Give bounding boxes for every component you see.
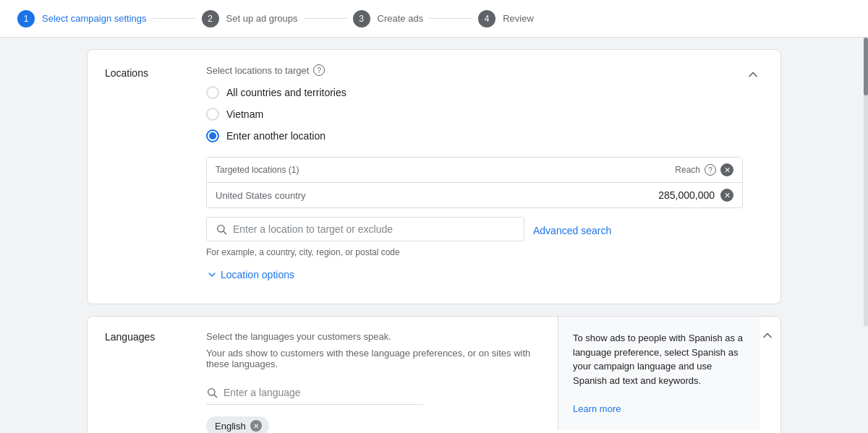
stepper: 1 Select campaign settings 2 Set up ad g… xyxy=(0,0,868,38)
location-options-button[interactable]: Location options xyxy=(206,269,294,280)
radio-another-location[interactable]: Enter another location xyxy=(206,129,743,142)
step-2-num: 2 xyxy=(202,10,219,27)
step-1[interactable]: 1 Select campaign settings xyxy=(17,10,147,27)
step-1-num: 1 xyxy=(17,10,35,27)
selected-languages: English ✕ xyxy=(206,416,540,433)
radio-all-circle xyxy=(206,86,219,99)
reach-value: 285,000,000 xyxy=(658,189,715,201)
chevron-up-icon-lang xyxy=(760,328,775,343)
locations-card: Locations Select locations to target ? A… xyxy=(87,49,781,304)
svg-line-3 xyxy=(214,395,217,398)
radio-vietnam-label: Vietnam xyxy=(226,108,263,120)
step-3[interactable]: 3 Create ads xyxy=(353,10,424,27)
step-4[interactable]: 4 Review xyxy=(478,10,534,27)
step-3-num: 3 xyxy=(353,10,370,27)
location-radio-group: All countries and territories Vietnam En… xyxy=(206,86,743,142)
location-options-label: Location options xyxy=(221,269,294,280)
radio-another-circle xyxy=(206,129,219,142)
targeted-location-text: United States country xyxy=(216,189,306,201)
learn-more-link[interactable]: Learn more xyxy=(573,403,621,414)
location-search-hint: For example, a country, city, region, or… xyxy=(206,247,743,257)
radio-vietnam[interactable]: Vietnam xyxy=(206,108,743,121)
locations-title: Locations xyxy=(105,64,206,79)
locations-section-label: Select locations to target ? xyxy=(206,64,743,76)
step-connector-1 xyxy=(153,18,196,19)
step-connector-3 xyxy=(429,18,472,19)
language-search-row[interactable] xyxy=(206,381,423,405)
languages-description: Your ads show to customers with these la… xyxy=(206,348,540,369)
locations-help-icon[interactable]: ? xyxy=(313,64,325,76)
locations-collapse-button[interactable] xyxy=(743,64,763,87)
location-search-field[interactable] xyxy=(206,217,524,241)
scrollbar-thumb xyxy=(864,38,868,95)
radio-all-label: All countries and territories xyxy=(226,87,346,98)
location-search-input[interactable] xyxy=(233,223,515,235)
targeted-header-label: Targeted locations (1) xyxy=(216,165,299,175)
languages-card: Languages Select the languages your cust… xyxy=(87,316,781,433)
targeted-header: Targeted locations (1) Reach ? ✕ xyxy=(207,158,742,183)
targeted-locations-box: Targeted locations (1) Reach ? ✕ United … xyxy=(206,157,743,208)
step-2[interactable]: 2 Set up ad groups xyxy=(202,10,298,27)
radio-all-countries[interactable]: All countries and territories xyxy=(206,86,743,99)
languages-collapse-button[interactable] xyxy=(760,317,780,345)
chevron-up-icon xyxy=(746,67,760,82)
locations-content: Select locations to target ? All countri… xyxy=(206,64,743,298)
language-input[interactable] xyxy=(224,387,423,398)
select-locations-label: Select locations to target xyxy=(206,65,309,76)
location-type: country xyxy=(275,190,306,201)
radio-another-label: Enter another location xyxy=(226,130,326,142)
step-1-label: Select campaign settings xyxy=(42,13,147,24)
scrollbar[interactable] xyxy=(864,38,868,327)
main-content: Locations Select locations to target ? A… xyxy=(0,38,868,433)
locations-card-header: Locations Select locations to target ? A… xyxy=(88,50,780,298)
remove-english-button[interactable]: ✕ xyxy=(250,420,262,432)
step-4-num: 4 xyxy=(478,10,495,27)
languages-hint-panel: To show ads to people with Spanish as a … xyxy=(558,317,760,430)
languages-card-inner: Languages Select the languages your cust… xyxy=(88,317,780,433)
step-3-label: Create ads xyxy=(378,13,424,24)
languages-hint-text: To show ads to people with Spanish as a … xyxy=(573,333,743,386)
location-search-row: Advanced search xyxy=(206,217,743,244)
advanced-search-link[interactable]: Advanced search xyxy=(533,225,611,236)
search-icon xyxy=(216,223,227,235)
languages-main: Select the languages your customers spea… xyxy=(189,317,558,433)
step-connector-2 xyxy=(304,18,347,19)
english-chip-label: English xyxy=(215,421,246,432)
targeted-row: United States country 285,000,000 ✕ xyxy=(207,183,742,207)
radio-vietnam-circle xyxy=(206,108,219,121)
lang-search-icon xyxy=(206,387,218,398)
chevron-down-icon xyxy=(206,269,218,280)
targeted-header-right: Reach ? ✕ xyxy=(675,163,733,176)
targeted-reach: 285,000,000 ✕ xyxy=(658,189,733,202)
reach-label: Reach xyxy=(675,165,700,175)
svg-line-1 xyxy=(224,231,226,234)
english-chip: English ✕ xyxy=(206,416,269,433)
languages-title: Languages xyxy=(88,317,189,343)
step-4-label: Review xyxy=(503,13,534,24)
step-2-label: Set up ad groups xyxy=(226,13,298,24)
targeted-header-close[interactable]: ✕ xyxy=(720,163,733,176)
location-name: United States xyxy=(216,190,272,201)
reach-help-icon[interactable]: ? xyxy=(705,164,716,176)
languages-select-label: Select the languages your customers spea… xyxy=(206,331,540,342)
remove-location-button[interactable]: ✕ xyxy=(720,189,733,202)
